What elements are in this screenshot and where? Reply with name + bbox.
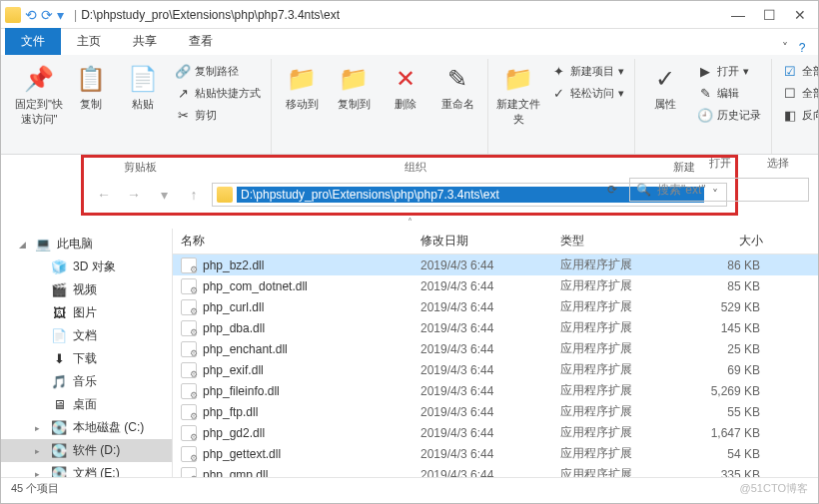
shortcut-icon: ↗ [175,85,191,101]
folder-icon [5,7,21,23]
copy-button[interactable]: 📋 复制 [67,61,115,133]
file-row[interactable]: php_enchant.dll 2019/4/3 6:44 应用程序扩展 25 … [173,338,818,359]
sidebar-item[interactable]: 🧊3D 对象 [1,255,172,278]
ribbon-group-open: ✓属性 ▶打开▾ ✎编辑 🕘历史记录 [635,59,772,154]
sidebar-item[interactable]: 🖼图片 [1,301,172,324]
sidebar-item[interactable]: 🎵音乐 [1,370,172,393]
undo-icon[interactable]: ⟲ [25,7,37,23]
file-row[interactable]: php_bz2.dll 2019/4/3 6:44 应用程序扩展 86 KB [173,254,818,275]
ribbon-label-open: 打开 [709,156,731,171]
column-size[interactable]: 大小 [682,229,772,253]
search-placeholder: 搜索"ext" [657,182,706,199]
properties-button[interactable]: ✓属性 [641,61,689,133]
tree-collapse-icon[interactable]: ◢ [19,240,29,250]
file-row[interactable]: php_exif.dll 2019/4/3 6:44 应用程序扩展 69 KB [173,359,818,380]
search-input[interactable]: 🔍 搜索"ext" [629,178,809,202]
sidebar-item[interactable]: 📄文档 [1,324,172,347]
pc-icon: 💻 [35,237,51,252]
copy-icon: 📋 [75,63,107,95]
tab-view[interactable]: 查看 [173,28,229,55]
sidebar-item[interactable]: ▸💽本地磁盘 (C:) [1,416,172,439]
file-row[interactable]: php_gmp.dll 2019/4/3 6:44 应用程序扩展 335 KB [173,464,818,477]
nav-back-button[interactable]: ← [92,183,116,207]
invert-icon: ◧ [782,107,798,123]
quick-access-toolbar: ⟲ ⟳ ▾ [25,7,64,23]
open-icon: ▶ [697,63,713,79]
select-none-button[interactable]: ☐全部取消 [778,83,819,103]
tab-file[interactable]: 文件 [5,28,61,55]
dll-icon [181,446,197,462]
nav-recent-button[interactable]: ▾ [152,183,176,207]
breadcrumb-collapse-icon[interactable]: ˄ [1,216,818,229]
file-row[interactable]: php_curl.dll 2019/4/3 6:44 应用程序扩展 529 KB [173,296,818,317]
item-icon: 🎬 [51,282,67,298]
ribbon-collapse-icon[interactable]: ˅ [782,41,794,55]
maximize-button[interactable]: ☐ [763,7,776,23]
item-icon: 💽 [51,420,67,436]
tree-icon[interactable]: ▸ [35,423,45,433]
column-type[interactable]: 类型 [552,229,682,253]
selectall-icon: ☑ [782,63,798,79]
sidebar-item[interactable]: ⬇下载 [1,347,172,370]
invert-selection-button[interactable]: ◧反向选择 [778,105,819,125]
tab-share[interactable]: 共享 [117,28,173,55]
file-list: 名称 修改日期 类型 大小 php_bz2.dll 2019/4/3 6:44 … [173,229,818,477]
refresh-button[interactable]: ⟳ [601,183,623,197]
copyto-icon: 📁 [338,63,370,95]
copy-to-button[interactable]: 📁复制到 [330,61,378,133]
file-row[interactable]: php_fileinfo.dll 2019/4/3 6:44 应用程序扩展 5,… [173,380,818,401]
sidebar-item[interactable]: ▸💽软件 (D:) [1,439,172,462]
column-date[interactable]: 修改日期 [412,229,552,253]
move-to-button[interactable]: 📁移动到 [278,61,326,133]
column-name[interactable]: 名称 [173,229,412,253]
help-icon[interactable]: ? [794,41,818,55]
folder-icon [217,187,233,203]
pin-quick-access-button[interactable]: 📌 固定到"快速访问" [15,61,63,133]
history-icon: 🕘 [697,107,713,123]
history-button[interactable]: 🕘历史记录 [693,105,765,125]
search-icon: 🔍 [636,183,651,197]
ribbon-tabs: 文件 主页 共享 查看 ˅ ? [1,29,818,55]
nav-up-button[interactable]: ↑ [182,183,206,207]
chevron-down-icon[interactable]: ▾ [57,7,64,23]
properties-icon: ✓ [649,63,681,95]
redo-icon[interactable]: ⟳ [41,7,53,23]
edit-button[interactable]: ✎编辑 [693,83,765,103]
file-row[interactable]: php_ftp.dll 2019/4/3 6:44 应用程序扩展 55 KB [173,401,818,422]
ribbon-label-new: 新建 [673,160,695,175]
cut-button[interactable]: ✂剪切 [171,105,265,125]
file-row[interactable]: php_dba.dll 2019/4/3 6:44 应用程序扩展 145 KB [173,317,818,338]
paste-shortcut-button[interactable]: ↗粘贴快捷方式 [171,83,265,103]
sidebar-this-pc[interactable]: ◢ 💻 此电脑 [1,233,172,255]
sidebar-item[interactable]: 🖥桌面 [1,393,172,416]
tree-icon[interactable]: ▸ [35,446,45,456]
selectnone-icon: ☐ [782,85,798,101]
dll-icon [181,362,197,378]
select-all-button[interactable]: ☑全部选择 [778,61,819,81]
file-row[interactable]: php_com_dotnet.dll 2019/4/3 6:44 应用程序扩展 … [173,275,818,296]
item-icon: 🎵 [51,374,67,390]
item-icon: 💽 [51,443,67,459]
status-bar: 45 个项目 @51CTO博客 [1,477,818,499]
new-folder-button[interactable]: 📁新建文件夹 [494,61,542,133]
dll-icon [181,299,197,315]
window-title: D:\phpstudy_pro\Extensions\php\php7.3.4n… [81,8,731,22]
easy-icon: ✓ [550,85,566,101]
tree-icon[interactable]: ▸ [35,469,45,478]
minimize-button[interactable]: — [731,7,745,23]
rename-button[interactable]: ✎重命名 [433,61,481,133]
tab-home[interactable]: 主页 [61,28,117,55]
close-button[interactable]: ✕ [794,7,806,23]
copy-path-button[interactable]: 🔗复制路径 [171,61,265,81]
sidebar-item[interactable]: ▸💽文档 (E:) [1,462,172,477]
new-item-button[interactable]: ✦新建项目▾ [546,61,628,81]
sidebar-item[interactable]: 🎬视频 [1,278,172,301]
open-button[interactable]: ▶打开▾ [693,61,765,81]
easy-access-button[interactable]: ✓轻松访问▾ [546,83,628,103]
paste-button[interactable]: 📄 粘贴 [119,61,167,133]
delete-button[interactable]: ✕删除 [382,61,429,133]
nav-forward-button[interactable]: → [122,183,146,207]
file-row[interactable]: php_gd2.dll 2019/4/3 6:44 应用程序扩展 1,647 K… [173,422,818,443]
file-row[interactable]: php_gettext.dll 2019/4/3 6:44 应用程序扩展 54 … [173,443,818,464]
dll-icon [181,257,197,273]
